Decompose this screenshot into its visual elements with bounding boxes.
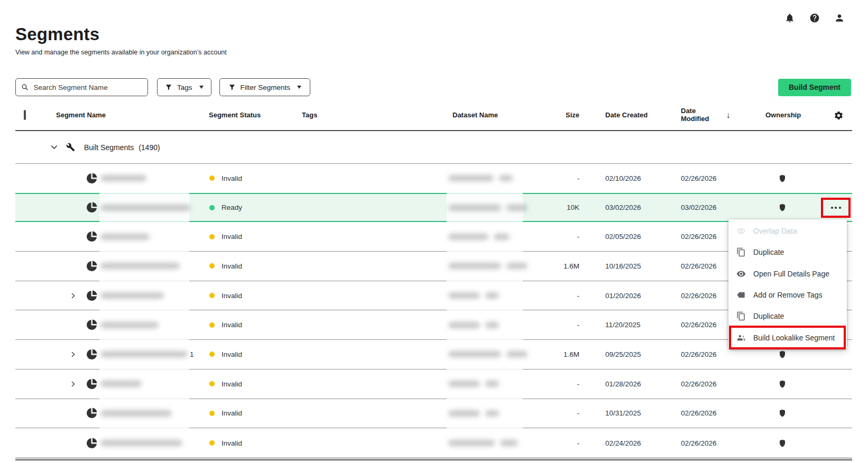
segment-name-visible-text: 1 <box>190 350 194 358</box>
expand-chevron-icon[interactable] <box>52 340 79 369</box>
tags-filter-button[interactable]: Tags <box>157 78 211 96</box>
menu-item-open-full-details-page[interactable]: Open Full Details Page <box>728 263 847 284</box>
date-modified-value: 02/26/2026 <box>658 310 716 339</box>
duplicate-icon <box>736 247 746 257</box>
date-modified-value: 02/26/2026 <box>658 222 716 251</box>
select-all-checkbox[interactable] <box>24 110 26 120</box>
table-body: Invalid - 02/10/2026 02/26/2026 Ready <box>15 164 852 458</box>
menu-item-overlap-data: Overlap Data <box>728 220 847 242</box>
table-row[interactable]: Invalid - 02/05/2026 02/26/2026 <box>15 222 852 252</box>
status-dot-icon <box>209 381 215 386</box>
pie-chart-icon <box>86 437 98 449</box>
status-label: Invalid <box>221 350 242 358</box>
group-row-built-segments[interactable]: Built Segments (1490) <box>15 131 852 164</box>
date-created-value: 02/05/2026 <box>580 222 658 251</box>
tags-cell <box>296 164 444 193</box>
table-row[interactable]: Invalid - 10/31/2025 02/26/2026 <box>15 399 852 429</box>
size-value: - <box>529 369 580 399</box>
chevron-down-icon[interactable] <box>50 143 58 151</box>
table-row[interactable]: Invalid - 02/10/2026 02/26/2026 <box>15 164 852 193</box>
status-label: Invalid <box>221 321 242 329</box>
date-modified-value: 02/26/2026 <box>658 340 716 369</box>
tags-cell <box>296 252 444 281</box>
table-row[interactable]: Invalid 1.6M 10/16/2025 02/26/2026 <box>15 252 852 281</box>
dataset-name-redacted <box>499 175 513 181</box>
table-row[interactable]: Invalid - 01/20/2026 02/26/2026 <box>15 281 852 311</box>
dataset-name-redacted <box>485 381 499 387</box>
pie-chart-icon <box>86 201 98 214</box>
segment-search[interactable] <box>15 78 148 96</box>
table-bottom-border <box>15 458 852 461</box>
page-header: Segments View and manage the segments av… <box>0 0 868 56</box>
more-actions-button[interactable] <box>821 198 851 218</box>
status-label: Invalid <box>221 262 242 270</box>
pie-chart-icon <box>86 378 98 390</box>
size-value: - <box>529 222 580 251</box>
people-icon <box>736 333 746 343</box>
col-header-ownership[interactable]: Ownership <box>740 112 825 119</box>
status-dot-icon <box>209 234 215 239</box>
col-header-date-modified[interactable]: Date Modified <box>658 107 717 123</box>
ownership-shield-icon <box>778 349 787 359</box>
menu-item-add-or-remove-tags[interactable]: Add or Remove Tags <box>728 284 847 306</box>
status-dot-icon <box>209 263 215 269</box>
ellipsis-icon <box>839 207 841 209</box>
date-created-value: 09/25/2025 <box>580 340 658 369</box>
notifications-bell-icon[interactable] <box>784 13 795 23</box>
search-input[interactable] <box>33 84 142 91</box>
col-header-segment-name[interactable]: Segment Name <box>52 112 206 119</box>
tags-cell <box>296 340 444 369</box>
menu-item-duplicate[interactable]: Duplicate <box>728 242 847 263</box>
expand-chevron-icon[interactable] <box>52 281 79 310</box>
expand-chevron-icon[interactable] <box>52 369 79 399</box>
funnel-icon <box>228 84 236 91</box>
table-row[interactable]: Invalid - 02/24/2026 02/26/2026 <box>15 428 852 458</box>
tags-cell <box>296 369 444 399</box>
status-dot-icon <box>209 293 215 298</box>
segment-name-redacted <box>100 175 146 181</box>
status-dot-icon <box>209 352 215 357</box>
sort-descending-icon[interactable]: ↓ <box>716 110 740 120</box>
date-modified-value: 02/26/2026 <box>658 281 716 310</box>
segments-table: Segment Name Segment Status Tags Dataset… <box>15 100 852 460</box>
col-header-date-created[interactable]: Date Created <box>580 112 658 119</box>
size-value: - <box>529 164 580 193</box>
chevron-down-icon <box>199 86 204 89</box>
dataset-name-redacted <box>448 234 488 240</box>
build-segment-button[interactable]: Build Segment <box>778 79 851 96</box>
ellipsis-icon <box>835 207 837 209</box>
table-row[interactable]: Ready 10K 03/02/2026 03/02/2026 <box>15 193 852 223</box>
col-header-dataset-name[interactable]: Dataset Name <box>444 112 529 119</box>
pie-chart-icon <box>86 290 98 302</box>
segment-name-redacted <box>100 322 159 328</box>
tag-icon <box>736 290 746 300</box>
table-row[interactable]: 1 Invalid 1.6M 09/25/2025 02/26/2026 <box>15 340 852 369</box>
table-row[interactable]: Invalid - 11/20/2025 02/26/2026 <box>15 310 852 340</box>
status-label: Invalid <box>221 174 242 182</box>
pie-chart-icon <box>86 172 98 184</box>
group-label: Built Segments <box>84 143 134 152</box>
segment-name-redacted <box>100 440 182 446</box>
col-header-tags[interactable]: Tags <box>296 112 444 119</box>
size-value: 1.6M <box>529 340 580 369</box>
dataset-name-redacted <box>485 410 499 417</box>
menu-item-build-lookalike-segment[interactable]: Build Lookalike Segment <box>728 327 847 348</box>
table-settings-gear-icon[interactable] <box>834 110 844 121</box>
menu-item-duplicate[interactable]: Duplicate <box>728 306 847 327</box>
col-header-size[interactable]: Size <box>529 112 580 119</box>
dataset-name-redacted <box>485 322 499 328</box>
dataset-name-redacted <box>506 263 528 269</box>
segment-name-redacted <box>100 292 164 299</box>
page-subtitle: View and manage the segments available i… <box>15 49 868 56</box>
col-header-segment-status[interactable]: Segment Status <box>206 112 296 119</box>
account-person-icon[interactable] <box>834 13 845 23</box>
size-value: - <box>529 399 580 428</box>
date-created-value: 11/20/2025 <box>580 310 658 339</box>
table-row[interactable]: Invalid - 01/28/2026 02/26/2026 <box>15 369 852 399</box>
dataset-name-redacted <box>500 440 518 446</box>
help-icon[interactable] <box>809 13 820 23</box>
filter-segments-button[interactable]: Filter Segments <box>219 78 311 96</box>
wrench-icon <box>66 143 75 152</box>
tags-cell <box>296 399 444 428</box>
ownership-shield-icon <box>778 202 787 212</box>
